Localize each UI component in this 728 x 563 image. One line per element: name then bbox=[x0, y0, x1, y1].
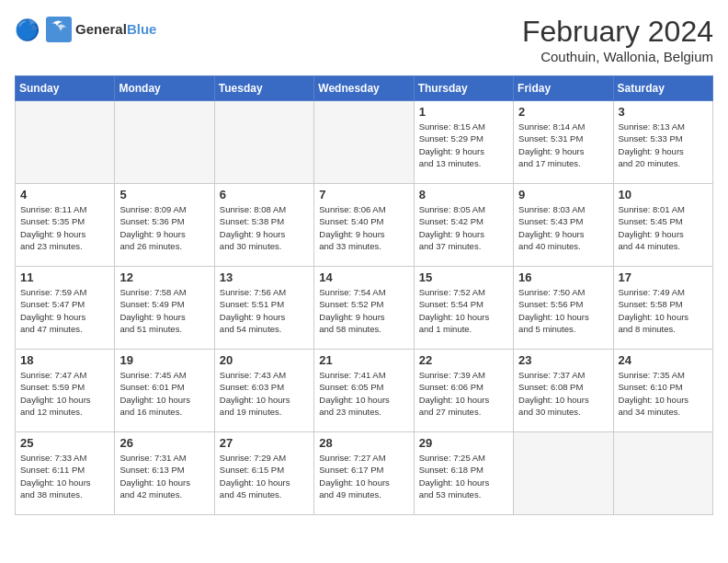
day-info: Sunrise: 8:08 AM Sunset: 5:38 PM Dayligh… bbox=[220, 203, 309, 252]
calendar-cell: 19Sunrise: 7:45 AM Sunset: 6:01 PM Dayli… bbox=[115, 350, 214, 432]
day-number: 28 bbox=[319, 436, 408, 450]
day-number: 14 bbox=[319, 270, 408, 284]
logo: 🔵 GeneralBlue bbox=[15, 15, 156, 44]
day-number: 26 bbox=[119, 436, 209, 450]
calendar-cell: 8Sunrise: 8:05 AM Sunset: 5:42 PM Daylig… bbox=[414, 184, 513, 267]
day-info: Sunrise: 8:14 AM Sunset: 5:31 PM Dayligh… bbox=[518, 121, 608, 169]
calendar-cell: 16Sunrise: 7:50 AM Sunset: 5:56 PM Dayli… bbox=[514, 267, 613, 350]
calendar-cell bbox=[115, 101, 214, 184]
day-info: Sunrise: 8:06 AM Sunset: 5:40 PM Dayligh… bbox=[319, 203, 408, 252]
week-row-3: 11Sunrise: 7:59 AM Sunset: 5:47 PM Dayli… bbox=[16, 267, 713, 350]
page-header: 🔵 GeneralBlue February 2024 Couthuin, Wa… bbox=[15, 15, 713, 64]
day-number: 16 bbox=[518, 270, 608, 284]
day-number: 23 bbox=[518, 353, 608, 367]
day-info: Sunrise: 7:25 AM Sunset: 6:18 PM Dayligh… bbox=[419, 452, 508, 500]
calendar-cell: 10Sunrise: 8:01 AM Sunset: 5:45 PM Dayli… bbox=[613, 184, 712, 267]
calendar-cell bbox=[214, 101, 313, 184]
calendar-cell: 5Sunrise: 8:09 AM Sunset: 5:36 PM Daylig… bbox=[115, 184, 214, 267]
calendar-cell bbox=[613, 432, 712, 515]
calendar-cell: 17Sunrise: 7:49 AM Sunset: 5:58 PM Dayli… bbox=[613, 267, 712, 350]
day-number: 12 bbox=[119, 270, 209, 284]
calendar-cell: 14Sunrise: 7:54 AM Sunset: 5:52 PM Dayli… bbox=[314, 267, 414, 350]
day-info: Sunrise: 8:11 AM Sunset: 5:35 PM Dayligh… bbox=[20, 203, 109, 252]
day-info: Sunrise: 7:50 AM Sunset: 5:56 PM Dayligh… bbox=[518, 286, 608, 335]
title-block: February 2024 Couthuin, Wallonia, Belgiu… bbox=[522, 15, 713, 64]
col-header-thursday: Thursday bbox=[414, 76, 513, 101]
day-number: 8 bbox=[419, 188, 508, 201]
calendar-cell: 2Sunrise: 8:14 AM Sunset: 5:31 PM Daylig… bbox=[514, 101, 613, 184]
day-number: 21 bbox=[319, 353, 408, 367]
day-number: 18 bbox=[20, 353, 109, 367]
calendar-cell bbox=[16, 101, 115, 184]
calendar-cell: 3Sunrise: 8:13 AM Sunset: 5:33 PM Daylig… bbox=[613, 101, 712, 184]
day-info: Sunrise: 7:59 AM Sunset: 5:47 PM Dayligh… bbox=[20, 286, 109, 335]
day-info: Sunrise: 7:52 AM Sunset: 5:54 PM Dayligh… bbox=[419, 286, 508, 335]
calendar-cell: 20Sunrise: 7:43 AM Sunset: 6:03 PM Dayli… bbox=[214, 350, 313, 432]
day-number: 7 bbox=[319, 188, 408, 201]
calendar-cell: 25Sunrise: 7:33 AM Sunset: 6:11 PM Dayli… bbox=[16, 432, 115, 515]
day-info: Sunrise: 7:56 AM Sunset: 5:51 PM Dayligh… bbox=[220, 286, 309, 335]
day-number: 20 bbox=[220, 353, 309, 367]
calendar-cell: 4Sunrise: 8:11 AM Sunset: 5:35 PM Daylig… bbox=[16, 184, 115, 267]
day-number: 22 bbox=[419, 353, 508, 367]
logo-svg bbox=[44, 15, 74, 44]
calendar-cell: 22Sunrise: 7:39 AM Sunset: 6:06 PM Dayli… bbox=[414, 350, 513, 432]
day-number: 6 bbox=[220, 188, 309, 201]
day-number: 25 bbox=[20, 436, 109, 450]
col-header-wednesday: Wednesday bbox=[314, 76, 414, 101]
day-number: 15 bbox=[419, 270, 508, 284]
day-number: 13 bbox=[220, 270, 309, 284]
location-subtitle: Couthuin, Wallonia, Belgium bbox=[522, 49, 713, 64]
calendar-cell: 7Sunrise: 8:06 AM Sunset: 5:40 PM Daylig… bbox=[314, 184, 414, 267]
calendar-cell: 15Sunrise: 7:52 AM Sunset: 5:54 PM Dayli… bbox=[414, 267, 513, 350]
logo-icon: 🔵 bbox=[15, 17, 40, 42]
month-year-title: February 2024 bbox=[522, 15, 713, 49]
day-info: Sunrise: 8:05 AM Sunset: 5:42 PM Dayligh… bbox=[419, 203, 508, 252]
col-header-tuesday: Tuesday bbox=[214, 76, 313, 101]
day-info: Sunrise: 7:45 AM Sunset: 6:01 PM Dayligh… bbox=[119, 369, 209, 418]
calendar-cell: 24Sunrise: 7:35 AM Sunset: 6:10 PM Dayli… bbox=[613, 350, 712, 432]
calendar-cell bbox=[514, 432, 613, 515]
day-info: Sunrise: 8:03 AM Sunset: 5:43 PM Dayligh… bbox=[518, 203, 608, 252]
calendar-table: SundayMondayTuesdayWednesdayThursdayFrid… bbox=[15, 75, 713, 515]
calendar-cell: 13Sunrise: 7:56 AM Sunset: 5:51 PM Dayli… bbox=[214, 267, 313, 350]
day-number: 4 bbox=[20, 188, 109, 201]
day-info: Sunrise: 7:35 AM Sunset: 6:10 PM Dayligh… bbox=[619, 369, 708, 418]
day-info: Sunrise: 7:43 AM Sunset: 6:03 PM Dayligh… bbox=[220, 369, 309, 418]
day-number: 27 bbox=[220, 436, 309, 450]
calendar-cell: 23Sunrise: 7:37 AM Sunset: 6:08 PM Dayli… bbox=[514, 350, 613, 432]
calendar-cell: 21Sunrise: 7:41 AM Sunset: 6:05 PM Dayli… bbox=[314, 350, 414, 432]
day-info: Sunrise: 7:47 AM Sunset: 5:59 PM Dayligh… bbox=[20, 369, 109, 418]
day-info: Sunrise: 7:27 AM Sunset: 6:17 PM Dayligh… bbox=[319, 452, 408, 500]
week-row-4: 18Sunrise: 7:47 AM Sunset: 5:59 PM Dayli… bbox=[16, 350, 713, 432]
day-number: 10 bbox=[619, 188, 708, 201]
week-row-2: 4Sunrise: 8:11 AM Sunset: 5:35 PM Daylig… bbox=[16, 184, 713, 267]
calendar-cell: 6Sunrise: 8:08 AM Sunset: 5:38 PM Daylig… bbox=[214, 184, 313, 267]
day-number: 5 bbox=[119, 188, 209, 201]
day-info: Sunrise: 8:15 AM Sunset: 5:29 PM Dayligh… bbox=[419, 121, 508, 169]
day-info: Sunrise: 7:58 AM Sunset: 5:49 PM Dayligh… bbox=[119, 286, 209, 335]
calendar-cell bbox=[314, 101, 414, 184]
calendar-cell: 1Sunrise: 8:15 AM Sunset: 5:29 PM Daylig… bbox=[414, 101, 513, 184]
svg-rect-1 bbox=[46, 17, 72, 42]
day-info: Sunrise: 7:31 AM Sunset: 6:13 PM Dayligh… bbox=[119, 452, 209, 500]
svg-text:🔵: 🔵 bbox=[15, 17, 40, 42]
day-number: 2 bbox=[518, 105, 608, 119]
day-number: 9 bbox=[518, 188, 608, 201]
col-header-saturday: Saturday bbox=[613, 76, 712, 101]
day-number: 17 bbox=[619, 270, 708, 284]
day-number: 24 bbox=[619, 353, 708, 367]
day-info: Sunrise: 7:39 AM Sunset: 6:06 PM Dayligh… bbox=[419, 369, 508, 418]
calendar-cell: 9Sunrise: 8:03 AM Sunset: 5:43 PM Daylig… bbox=[514, 184, 613, 267]
week-row-5: 25Sunrise: 7:33 AM Sunset: 6:11 PM Dayli… bbox=[16, 432, 713, 515]
day-info: Sunrise: 7:54 AM Sunset: 5:52 PM Dayligh… bbox=[319, 286, 408, 335]
day-info: Sunrise: 8:13 AM Sunset: 5:33 PM Dayligh… bbox=[619, 121, 708, 169]
header-row: SundayMondayTuesdayWednesdayThursdayFrid… bbox=[16, 76, 713, 101]
day-info: Sunrise: 7:29 AM Sunset: 6:15 PM Dayligh… bbox=[220, 452, 309, 500]
day-info: Sunrise: 7:37 AM Sunset: 6:08 PM Dayligh… bbox=[518, 369, 608, 418]
calendar-cell: 28Sunrise: 7:27 AM Sunset: 6:17 PM Dayli… bbox=[314, 432, 414, 515]
calendar-cell: 29Sunrise: 7:25 AM Sunset: 6:18 PM Dayli… bbox=[414, 432, 513, 515]
col-header-sunday: Sunday bbox=[16, 76, 115, 101]
day-number: 1 bbox=[419, 105, 508, 119]
day-info: Sunrise: 7:33 AM Sunset: 6:11 PM Dayligh… bbox=[20, 452, 109, 500]
